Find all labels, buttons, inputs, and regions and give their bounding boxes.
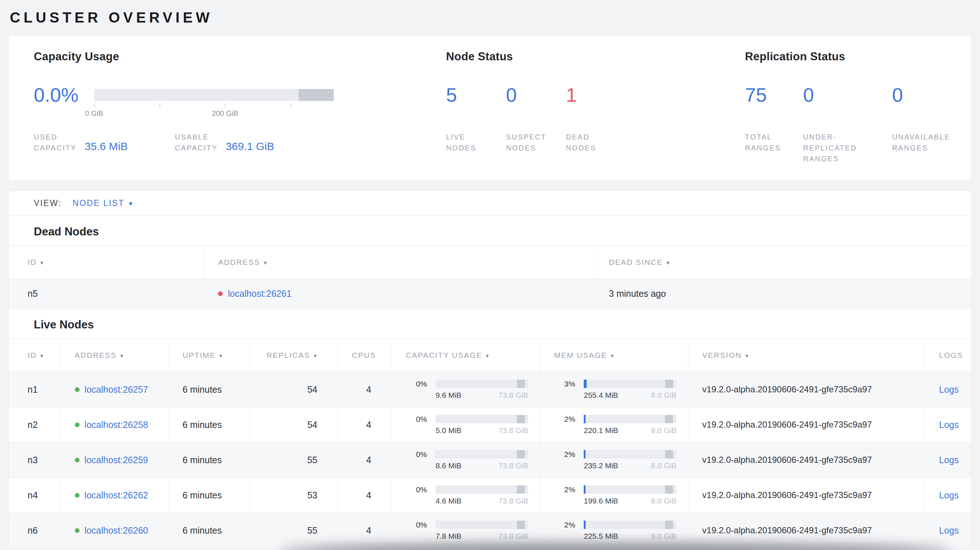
mem-usage-meter: 2% 235.2 MiB 8.0 GiB: [564, 450, 671, 470]
capacity-total-value: 73.8 GiB: [498, 391, 528, 400]
node-list-card: VIEW: NODE LIST ▾ Dead Nodes ID▾ ADDRESS…: [8, 191, 972, 548]
node-address-link[interactable]: localhost:26258: [84, 420, 148, 430]
capacity-mini-bar-reserved: [517, 450, 525, 458]
node-live-status-icon: [75, 528, 80, 533]
column-header[interactable]: VERSION▾: [688, 339, 925, 372]
node-id-cell: n1: [9, 372, 60, 407]
logs-link[interactable]: Logs: [939, 420, 959, 430]
capacity-used-value: 4.6 MiB: [436, 497, 461, 505]
total-ranges-stat: 75 TOTAL RANGES: [745, 84, 803, 164]
capacity-usage-section: Capacity Usage 0.0% 0 GiB 200 GiB USED C…: [34, 50, 446, 164]
mem-usage-cell: 2% 199.6 MiB 8.0 GiB: [540, 478, 688, 513]
capacity-mini-bar: [436, 450, 528, 458]
column-header[interactable]: ADDRESS▾: [204, 246, 595, 279]
column-header[interactable]: UPTIME▾: [169, 339, 250, 372]
mem-used-value: 255.4 MiB: [584, 391, 618, 400]
column-header-label: ID: [28, 258, 37, 266]
capacity-axis-label-zero: 0 GiB: [85, 109, 103, 118]
column-header[interactable]: ID▾: [9, 339, 60, 372]
logs-link[interactable]: Logs: [939, 455, 959, 465]
column-header[interactable]: CPUS: [338, 339, 391, 372]
cpus-cell: 4: [338, 407, 391, 442]
view-dropdown[interactable]: NODE LIST ▾: [73, 198, 133, 208]
mem-usage-meter: 3% 255.4 MiB 8.0 GiB: [564, 380, 671, 400]
node-id-cell: n2: [9, 407, 60, 442]
version-cell: v19.2.0-alpha.20190606-2491-gfe735c9a97: [688, 372, 925, 407]
logs-link[interactable]: Logs: [939, 490, 959, 500]
capacity-axis-tick: [159, 103, 160, 108]
sort-icon: ▾: [220, 353, 223, 359]
dead-nodes-title: Dead Nodes: [9, 216, 971, 246]
dead-nodes-count: 1: [566, 84, 626, 106]
capacity-used-value: 7.8 MiB: [436, 532, 461, 540]
mem-used-value: 220.1 MiB: [584, 426, 618, 435]
uptime-cell: 6 minutes: [169, 478, 250, 513]
node-id-cell: n4: [9, 478, 60, 513]
logs-cell: Logs: [925, 442, 971, 478]
mem-mini-bar: [584, 415, 676, 423]
node-address-link[interactable]: localhost:26261: [228, 288, 291, 299]
live-nodes-header-row: ID▾ ADDRESS▾ UPTIME▾ REPLICAS▾ CPUS CAPA…: [9, 339, 971, 372]
replicas-cell: 54: [249, 372, 338, 407]
column-header-label: REPLICAS: [267, 351, 310, 359]
column-header[interactable]: ID▾: [9, 246, 204, 279]
column-header-label: DEAD SINCE: [609, 258, 663, 266]
node-address-link[interactable]: localhost:26259: [84, 455, 148, 465]
column-header[interactable]: ADDRESS▾: [60, 339, 169, 372]
uptime-cell: 6 minutes: [169, 513, 250, 548]
column-header[interactable]: MEM USAGE▾: [540, 339, 688, 372]
mem-usage-cell: 2% 225.5 MiB 8.0 GiB: [540, 513, 688, 548]
node-address-link[interactable]: localhost:26257: [84, 384, 148, 395]
sort-icon: ▾: [611, 353, 614, 359]
capacity-total-value: 73.8 GiB: [498, 461, 528, 470]
logs-cell: Logs: [925, 478, 971, 513]
mem-total-value: 8.0 GiB: [651, 426, 676, 435]
sort-icon: ▾: [40, 260, 44, 266]
logs-link[interactable]: Logs: [939, 525, 959, 536]
logs-link[interactable]: Logs: [939, 384, 959, 394]
node-address-cell: localhost:26259: [60, 442, 169, 478]
capacity-bar-track: [94, 89, 334, 101]
capacity-total-value: 73.8 GiB: [498, 532, 528, 540]
mem-percent-text: 2%: [564, 415, 581, 424]
mem-mini-bar-reserved: [665, 485, 673, 494]
sort-icon: ▾: [120, 353, 124, 359]
capacity-used-value: 5.0 MiB: [436, 426, 461, 435]
mem-mini-bar-reserved: [665, 415, 673, 423]
column-header[interactable]: CAPACITY USAGE▾: [392, 339, 540, 372]
node-status-section: Node Status 5 LIVE NODES 0 SUSPECT NODES…: [446, 50, 745, 164]
capacity-mini-bar: [436, 415, 528, 423]
node-live-status-icon: [75, 387, 80, 392]
capacity-usage-meter: 0% 5.0 MiB 73.8 GiB: [416, 415, 522, 435]
capacity-percent-text: 0%: [416, 485, 433, 494]
column-header[interactable]: LOGS: [925, 339, 971, 372]
cpus-cell: 4: [338, 442, 391, 478]
column-header[interactable]: REPLICAS▾: [249, 339, 338, 372]
column-header-label: UPTIME: [182, 351, 215, 359]
column-header[interactable]: DEAD SINCE▾: [595, 246, 971, 279]
node-address-cell: localhost:26262: [60, 478, 169, 513]
used-capacity-stat: USED CAPACITY 35.6 MiB: [34, 106, 127, 153]
version-cell: v19.2.0-alpha.20190606-2491-gfe735c9a97: [688, 513, 925, 548]
sort-icon: ▾: [745, 353, 749, 359]
capacity-usage-meter: 0% 7.8 MiB 73.8 GiB: [416, 521, 522, 540]
node-address-link[interactable]: localhost:26262: [84, 490, 148, 501]
capacity-total-value: 73.8 GiB: [498, 426, 528, 435]
page-title: CLUSTER OVERVIEW: [10, 10, 970, 26]
mem-percent-text: 3%: [564, 380, 581, 388]
node-id-cell: n3: [9, 442, 60, 478]
capacity-percent-text: 0%: [416, 380, 433, 388]
node-address-link[interactable]: localhost:26260: [84, 525, 148, 536]
node-id-cell: n6: [9, 513, 60, 548]
mem-used-value: 235.2 MiB: [584, 461, 618, 470]
live-nodes-label: LIVE NODES: [446, 132, 487, 153]
node-id-cell: n5: [9, 279, 204, 309]
live-nodes-table: ID▾ ADDRESS▾ UPTIME▾ REPLICAS▾ CPUS CAPA…: [9, 339, 971, 548]
mem-usage-meter: 2% 225.5 MiB 8.0 GiB: [564, 521, 671, 540]
capacity-bar-reserved-segment: [299, 89, 334, 101]
under-replicated-ranges-stat: 0 UNDER-REPLICATED RANGES: [803, 84, 892, 164]
mem-percent-text: 2%: [564, 485, 581, 494]
mem-mini-bar: [584, 521, 676, 529]
cpus-cell: 4: [338, 478, 391, 513]
capacity-usage-cell: 0% 7.8 MiB 73.8 GiB: [392, 513, 540, 548]
